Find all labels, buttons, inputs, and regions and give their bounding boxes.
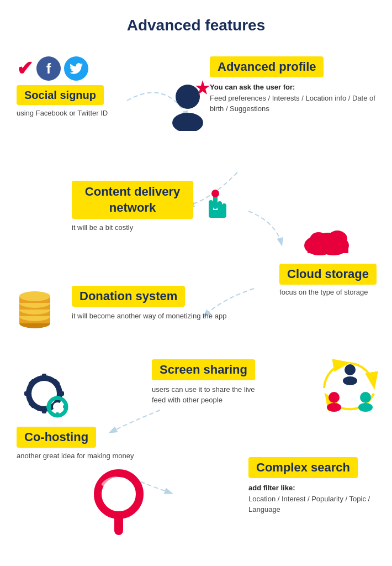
svg-point-1	[172, 113, 203, 131]
svg-point-42	[329, 392, 340, 403]
social-signup-section: ✔ f Social signup using Facebook or Twit…	[17, 56, 108, 118]
facebook-icon: f	[36, 56, 61, 81]
svg-rect-39	[63, 405, 67, 408]
svg-rect-14	[308, 245, 348, 253]
cdn-hand-icon	[199, 188, 232, 229]
svg-point-43	[327, 403, 341, 412]
screen-sharing-description: users can use it to share the live feed …	[152, 385, 262, 405]
social-signup-description: using Facebook or Twitter ID	[17, 108, 108, 118]
cohosting-label: Co-hosting	[17, 427, 96, 448]
cohosting-description: another great idea for making money	[17, 451, 134, 461]
svg-rect-7	[209, 210, 226, 218]
complex-search-description: add filter like: Location / Interest / P…	[248, 483, 381, 515]
svg-point-13	[327, 230, 347, 247]
advanced-profile-label: Advanced profile	[210, 56, 324, 77]
svg-rect-26	[42, 374, 46, 380]
svg-point-25	[37, 386, 51, 401]
magnifier-icon	[91, 467, 146, 541]
screen-sharing-label: Screen sharing	[152, 359, 255, 380]
advanced-profile-section: Advanced profile You can ask the user fo…	[210, 56, 375, 114]
person-star-icon	[163, 76, 213, 133]
svg-point-44	[360, 392, 371, 403]
cloud-storage-description: focus on the type of storage	[279, 288, 377, 296]
complex-search-label: Complex search	[248, 457, 358, 478]
cloud-section: Cloud storage focus on the type of stora…	[279, 222, 377, 296]
cloud-storage-label: Cloud storage	[279, 264, 377, 285]
svg-rect-27	[42, 407, 46, 413]
svg-rect-28	[24, 391, 31, 396]
advanced-profile-description: You can ask the user for: Feed preferenc…	[210, 82, 375, 114]
checkmark-icon: ✔	[17, 57, 33, 80]
svg-rect-29	[57, 391, 64, 396]
twitter-icon	[64, 56, 88, 81]
cohosting-section: Co-hosting another great idea for making…	[17, 427, 134, 462]
svg-rect-38	[46, 405, 51, 408]
coins-icon	[15, 287, 54, 331]
social-signup-label: Social signup	[17, 85, 104, 105]
svg-rect-37	[56, 412, 59, 417]
cdn-section: Content delivery network it will be a bi…	[72, 181, 193, 232]
svg-point-23	[19, 291, 50, 301]
complex-search-section: Complex search add filter like: Location…	[248, 457, 381, 515]
donation-description: it will become another way of monetizing…	[72, 311, 226, 321]
social-icons-row: ✔ f	[17, 56, 108, 81]
donation-section: Donation system it will become another w…	[72, 286, 226, 322]
cdn-label: Content delivery network	[72, 181, 193, 219]
svg-point-41	[343, 376, 357, 385]
svg-rect-47	[114, 512, 123, 535]
gear-icon	[17, 366, 69, 421]
svg-point-45	[358, 403, 373, 412]
svg-point-12	[310, 232, 327, 248]
screen-sharing-section: Screen sharing users can use it to share…	[152, 359, 262, 405]
svg-rect-36	[56, 396, 59, 400]
svg-point-8	[211, 190, 219, 197]
cdn-description: it will be a bit costly	[72, 223, 193, 232]
svg-point-0	[176, 85, 200, 109]
page-title: Advanced features	[0, 0, 392, 45]
donation-label: Donation system	[72, 286, 185, 307]
svg-point-40	[345, 364, 356, 375]
people-sharing-icon	[319, 358, 382, 421]
svg-point-35	[53, 402, 62, 411]
